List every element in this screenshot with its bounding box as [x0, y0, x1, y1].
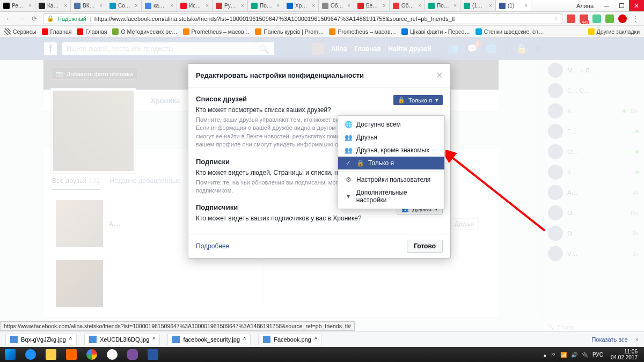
browser-tab-active[interactable]: (1)× — [496, 0, 531, 11]
taskbar-app[interactable] — [102, 347, 122, 362]
friends-except-icon: 👥 — [345, 146, 352, 154]
bookmark[interactable]: Панель курсів | Prom… — [255, 28, 324, 35]
dropdown-option-friends[interactable]: 👥Друзья — [338, 131, 444, 144]
tray-lang[interactable]: РУС — [592, 352, 603, 358]
download-item[interactable]: XeUCDL3l6DQ.jpg^ — [84, 334, 160, 345]
learn-more-link[interactable]: Подробнее — [196, 242, 229, 250]
apps-button[interactable]: Сервисы — [4, 28, 36, 35]
download-item[interactable]: Facebook.png^ — [258, 334, 322, 345]
chevron-down-icon: ▾ — [435, 97, 438, 104]
download-item[interactable]: Bqx-gVgJZkg.jpg^ — [5, 334, 77, 345]
tray-icon[interactable]: ▴ — [544, 352, 546, 358]
tray-clock[interactable]: 11:06 04.02.2017 — [608, 349, 641, 360]
tray-icon[interactable]: 🔊 — [571, 352, 577, 358]
tab-close-icon[interactable]: × — [28, 3, 32, 9]
bookmark[interactable]: Главная — [77, 28, 107, 35]
close-icon[interactable]: ✕ — [436, 70, 443, 80]
browser-tab[interactable]: ВК…× — [71, 0, 106, 11]
browser-tab[interactable]: Об…× — [390, 0, 425, 11]
show-all-downloads[interactable]: Показать все — [591, 336, 627, 343]
browser-tab[interactable]: Хр…× — [283, 0, 319, 11]
browser-tab[interactable]: Об…× — [319, 0, 354, 11]
ext-icon[interactable] — [618, 14, 627, 23]
bookmark[interactable]: Prometheus – масов… — [329, 28, 396, 35]
browser-tab[interactable]: ка…× — [142, 0, 177, 11]
forward-icon[interactable]: → — [17, 15, 26, 23]
bookmark[interactable]: Цікаві факти - Персо… — [401, 28, 470, 35]
other-bookmarks[interactable]: Другие закладки — [588, 28, 640, 35]
chevron-down-icon: ▾ — [345, 193, 352, 200]
tray-icon[interactable]: 📶 — [560, 352, 567, 358]
done-button[interactable]: Готово — [407, 240, 443, 253]
dropdown-option-custom[interactable]: ⚙Настройки пользователя — [338, 173, 444, 186]
lock-icon: 🔒 — [47, 15, 54, 22]
lock-icon: 🔒 — [398, 97, 405, 104]
dropdown-option-public[interactable]: 🌐Доступно всем — [338, 118, 444, 131]
taskbar-app[interactable] — [122, 347, 143, 362]
friends-icon: 👥 — [345, 134, 352, 141]
browser-tab[interactable]: Ка…× — [35, 0, 71, 11]
dropdown-option-more[interactable]: ▾Дополнительные настройки — [338, 186, 444, 206]
browser-tab[interactable]: (1…× — [460, 0, 496, 11]
tray-icon[interactable]: 🏳 — [551, 352, 556, 358]
bookmark[interactable]: Главная — [42, 28, 72, 35]
chrome-user[interactable]: Алина — [571, 0, 599, 11]
bookmark[interactable]: Prometheus – масов… — [183, 28, 250, 35]
taskbar-app[interactable] — [143, 347, 163, 362]
reload-icon[interactable]: ⟳ — [30, 15, 39, 23]
download-bar: Bqx-gVgJZkg.jpg^ XeUCDL3l6DQ.jpg^ facebo… — [0, 331, 644, 347]
gear-icon: ⚙ — [345, 176, 352, 183]
window-close[interactable]: ✕ — [629, 0, 644, 11]
download-item[interactable]: facebook_security.jpg^ — [167, 334, 251, 345]
browser-tab[interactable]: Ре…× — [0, 0, 35, 11]
url-field[interactable]: 🔒 Надежный | https://www.facebook.com/al… — [43, 13, 562, 24]
dropdown-option-friends-except[interactable]: 👥Друзья, кроме знакомых — [338, 144, 444, 157]
taskbar-app[interactable] — [61, 347, 82, 362]
menu-icon[interactable]: ⋮ — [631, 15, 640, 23]
browser-tab[interactable]: По…× — [425, 0, 460, 11]
bookmark-bar: Сервисы Главная Главная О Методических р… — [0, 26, 644, 38]
window-maximize[interactable]: ☐ — [614, 0, 629, 11]
tray-icon[interactable]: 🔌 — [582, 352, 588, 358]
ext-icon[interactable] — [605, 14, 614, 23]
privacy-dropdown: 🌐Доступно всем 👥Друзья 👥Друзья, кроме зн… — [338, 115, 445, 209]
window-minimize[interactable]: ─ — [599, 0, 614, 11]
chevron-up-icon[interactable]: ^ — [69, 336, 72, 343]
window-title-bar: Ре…× Ка…× ВК…× Со…× ка…× Ис…× Ру…× По…× … — [0, 0, 644, 12]
close-downloads-icon[interactable]: × — [635, 336, 639, 343]
bookmark[interactable]: О Методических ре… — [112, 28, 177, 35]
star-icon[interactable]: ☆ — [553, 15, 559, 22]
taskbar-app[interactable] — [82, 347, 102, 362]
ext-icon[interactable] — [592, 14, 601, 23]
modal-title: Редактировать настройки конфиденциальнос… — [196, 71, 436, 79]
check-icon: ✓ — [345, 159, 352, 167]
lock-icon: 🔒 — [356, 159, 364, 167]
privacy-selector-friends[interactable]: 🔒Только я▾ — [393, 95, 443, 105]
back-icon[interactable]: ← — [4, 15, 13, 23]
taskbar-app[interactable] — [41, 347, 61, 362]
bookmark[interactable]: Стенки шведские, сп… — [475, 28, 544, 35]
browser-tab[interactable]: Со…× — [106, 0, 142, 11]
dropdown-option-only-me[interactable]: ✓🔒Только я — [338, 157, 444, 169]
taskbar: ▴ 🏳 📶 🔊 🔌 РУС 11:06 04.02.2017 — [0, 347, 644, 362]
status-url: https://www.facebook.com/alina.stetsko/f… — [0, 321, 355, 331]
browser-tab[interactable]: Ру…× — [213, 0, 248, 11]
globe-icon: 🌐 — [345, 121, 352, 128]
ext-icon[interactable]: 443 — [580, 14, 588, 23]
ext-icon[interactable] — [567, 14, 575, 23]
browser-tab[interactable]: По…× — [248, 0, 283, 11]
address-bar: ← → ⟳ 🔒 Надежный | https://www.facebook.… — [0, 12, 644, 26]
taskbar-app[interactable] — [20, 347, 41, 362]
browser-tab[interactable]: Ис…× — [177, 0, 213, 11]
start-button[interactable] — [0, 347, 20, 362]
browser-tab[interactable]: Бе…× — [354, 0, 390, 11]
